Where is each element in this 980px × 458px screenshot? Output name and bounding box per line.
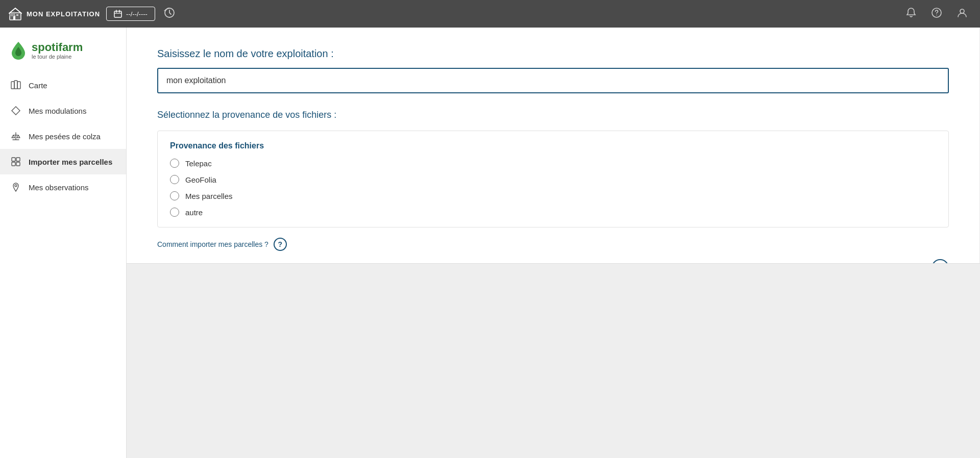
radio-geofolia-input[interactable]: [170, 175, 179, 184]
svg-point-9: [936, 14, 937, 15]
bell-button[interactable]: [901, 5, 921, 23]
radio-mesparcelles-input[interactable]: [170, 191, 179, 200]
sidebar-item-pesees-label: Mes pesées de colza: [29, 132, 101, 141]
files-label: Sélectionnez la provenance de vos fichie…: [157, 110, 949, 120]
user-icon: [957, 7, 968, 18]
provenance-title: Provenance des fichiers: [170, 141, 936, 150]
sidebar-item-carte-label: Carte: [29, 81, 47, 90]
draw-link: Si vous n'avez pas vos parcelles dans un…: [157, 259, 949, 263]
sidebar-item-carte[interactable]: Carte: [0, 72, 126, 98]
help-button[interactable]: [927, 5, 946, 23]
svg-rect-14: [12, 158, 15, 161]
exploitation-label: Saisissez le nom de votre exploitation :: [157, 48, 949, 60]
svg-rect-3: [9, 14, 11, 16]
radio-autre[interactable]: autre: [170, 208, 936, 217]
sidebar-item-importer-label: Importer mes parcelles: [29, 158, 112, 166]
main-area: Saisissez le nom de votre exploitation :…: [127, 28, 980, 458]
user-button[interactable]: [952, 5, 972, 23]
grid-icon: [10, 156, 21, 167]
svg-rect-12: [14, 81, 17, 89]
sidebar-nav: Carte Mes modulations: [0, 72, 126, 200]
date-value: --/--/----: [126, 10, 148, 18]
radio-autre-label: autre: [185, 208, 203, 217]
logo-sub: le tour de plaine: [32, 54, 83, 60]
sidebar-item-importer[interactable]: Importer mes parcelles: [0, 149, 126, 174]
brand-icon: [8, 7, 22, 21]
logo-name: spotifarm: [32, 41, 83, 54]
svg-rect-6: [114, 11, 121, 17]
help-circle-icon[interactable]: ?: [274, 238, 287, 251]
pin-icon: [10, 182, 21, 193]
radio-autre-input[interactable]: [170, 208, 179, 217]
radio-group: Telepac GeoFolia Mes parcelles autre: [170, 159, 936, 217]
scale-icon: [10, 131, 21, 142]
svg-rect-2: [16, 14, 18, 16]
sidebar-item-observations-label: Mes observations: [29, 183, 89, 192]
history-button[interactable]: [163, 7, 176, 21]
svg-rect-16: [12, 162, 15, 166]
svg-rect-5: [13, 12, 15, 16]
sidebar-item-observations[interactable]: Mes observations: [0, 174, 126, 200]
diamond-icon: [10, 105, 21, 116]
bell-icon: [905, 7, 917, 18]
main-content: Saisissez le nom de votre exploitation :…: [127, 28, 980, 263]
edit-icon[interactable]: [932, 259, 949, 263]
brand-label: MON EXPLOITATION: [27, 10, 100, 18]
calendar-icon: [114, 10, 122, 18]
svg-rect-15: [16, 158, 20, 161]
layout: spotifarm le tour de plaine Carte: [0, 28, 980, 458]
svg-rect-4: [11, 13, 13, 16]
brand: MON EXPLOITATION: [8, 7, 100, 21]
svg-point-18: [15, 185, 17, 187]
topnav: MON EXPLOITATION --/--/----: [0, 0, 980, 28]
svg-rect-13: [17, 82, 20, 89]
map-icon: [10, 80, 21, 91]
sidebar-item-modulations[interactable]: Mes modulations: [0, 98, 126, 123]
svg-rect-11: [11, 82, 14, 89]
provenance-box: Provenance des fichiers Telepac GeoFolia…: [157, 131, 949, 227]
sidebar-logo: spotifarm le tour de plaine: [0, 33, 126, 70]
radio-geofolia[interactable]: GeoFolia: [170, 175, 936, 184]
sidebar-item-pesees[interactable]: Mes pesées de colza: [0, 123, 126, 149]
radio-mesparcelles[interactable]: Mes parcelles: [170, 191, 936, 200]
logo-text: spotifarm le tour de plaine: [32, 41, 83, 60]
history-icon: [163, 7, 176, 19]
help-link[interactable]: Comment importer mes parcelles ? ?: [157, 238, 949, 251]
radio-telepac-label: Telepac: [185, 159, 212, 168]
radio-telepac-input[interactable]: [170, 159, 179, 168]
date-button[interactable]: --/--/----: [106, 7, 155, 21]
svg-point-10: [960, 9, 964, 13]
help-link-text: Comment importer mes parcelles ?: [157, 240, 268, 248]
logo-drop-icon: [10, 41, 27, 60]
help-icon: [931, 7, 942, 18]
radio-geofolia-label: GeoFolia: [185, 175, 216, 184]
radio-telepac[interactable]: Telepac: [170, 159, 936, 168]
radio-mesparcelles-label: Mes parcelles: [185, 192, 233, 200]
main-footer: [127, 264, 980, 459]
exploitation-input[interactable]: [157, 68, 949, 93]
sidebar: spotifarm le tour de plaine Carte: [0, 28, 127, 458]
svg-rect-17: [16, 162, 20, 166]
sidebar-item-modulations-label: Mes modulations: [29, 107, 86, 115]
